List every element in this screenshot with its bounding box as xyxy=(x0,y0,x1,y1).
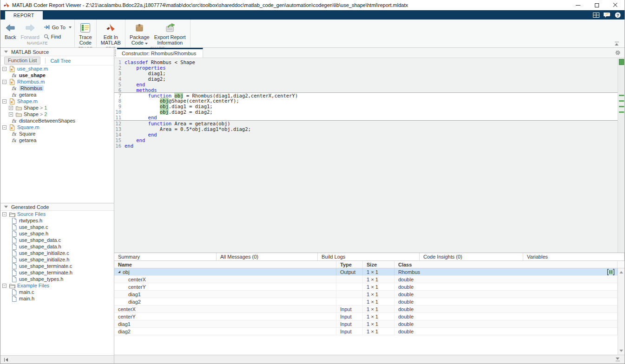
tree-item-use-shape-initialize.h[interactable]: use_shape_initialize.h xyxy=(0,256,114,263)
code-marker-bar[interactable] xyxy=(618,58,625,253)
highlight-marker-icon[interactable] xyxy=(619,106,624,107)
collapse-node-icon[interactable]: − xyxy=(2,212,7,216)
bottom-tab-summary[interactable]: Summary xyxy=(114,253,217,260)
collapse-panel-icon[interactable] xyxy=(615,357,621,362)
column-header-class[interactable]: Class xyxy=(395,261,618,268)
tree-item-rhombus[interactable]: fxRhombus xyxy=(0,85,114,91)
tree-item-rtwtypes.h[interactable]: rtwtypes.h xyxy=(0,217,114,224)
tree-item-use-shape.h[interactable]: use_shape.h xyxy=(0,230,114,237)
variable-row-centerX[interactable]: centerXInput1 × 1double xyxy=(114,306,618,313)
tree-item-use-shape-initialize.c[interactable]: use_shape_initialize.c xyxy=(0,250,114,256)
editor-tab-constructor[interactable]: Constructor: Rhombus/Rhombus xyxy=(117,48,203,58)
variable-row-centerY[interactable]: centerY1 × 1double xyxy=(114,283,618,291)
code-line-3[interactable]: 3 diag1; xyxy=(114,71,618,76)
collapse-ribbon-icon[interactable] xyxy=(614,42,620,46)
minimize-button[interactable] xyxy=(569,0,587,10)
tree-item-shape.m[interactable]: −Shape.m xyxy=(0,98,114,104)
highlight-marker-icon[interactable] xyxy=(619,111,624,113)
tree-item-use-shape-types.h[interactable]: use_shape_types.h xyxy=(0,276,114,282)
column-header-size[interactable]: Size xyxy=(363,261,395,268)
goto-button[interactable]: Go To xyxy=(44,23,72,31)
code-line-13[interactable]: 13 Area = 0.5*obj.diag1*obj.diag2; xyxy=(114,126,618,132)
tree-item-use-shape[interactable]: fxuse_shape xyxy=(0,72,114,78)
column-header-type[interactable]: Type xyxy=(336,261,363,268)
tab-function-list[interactable]: Function List xyxy=(4,57,40,65)
collapse-row-icon[interactable] xyxy=(118,271,120,273)
highlight-marker-icon[interactable] xyxy=(619,100,624,102)
code-line-11[interactable]: 11 end xyxy=(114,115,618,120)
close-button[interactable] xyxy=(606,0,625,10)
help-icon[interactable]: ? xyxy=(615,12,621,18)
variable-row-diag2[interactable]: diag21 × 1double xyxy=(114,298,618,306)
tree-item-main.h[interactable]: main.h xyxy=(0,295,114,302)
tree-item-getarea[interactable]: fxgetarea xyxy=(0,91,114,98)
tab-report[interactable]: REPORT xyxy=(5,11,43,20)
collapse-node-icon[interactable]: − xyxy=(2,284,7,288)
code-line-7[interactable]: 7 function obj = Rhombus(diag1,diag2,cen… xyxy=(114,92,618,98)
highlight-marker-icon[interactable] xyxy=(619,95,624,96)
tree-item-shape[interactable]: +Shape > 1 xyxy=(0,104,114,111)
export-report-button[interactable]: Export ReportInformation xyxy=(152,22,188,46)
tree-item-use-shape-terminate.c[interactable]: use_shape_terminate.c xyxy=(0,263,114,269)
table-vertical-scrollbar[interactable] xyxy=(618,268,625,355)
tree-item-use-shape-data.h[interactable]: use_shape_data.h xyxy=(0,243,114,250)
sidebar-horizontal-scrollbar[interactable] xyxy=(0,355,114,364)
code-view[interactable]: 1classdef Rhombus < Shape2 properties3 d… xyxy=(114,58,625,253)
code-line-10[interactable]: 10 obj.diag2 = diag2; xyxy=(114,109,618,115)
forward-button[interactable]: Forward xyxy=(18,22,41,40)
column-header-name[interactable]: Name xyxy=(114,261,336,268)
expand-node-icon[interactable]: + xyxy=(9,112,13,117)
code-line-1[interactable]: 1classdef Rhombus < Shape xyxy=(114,59,618,65)
tree-item-use-shape-data.c[interactable]: use_shape_data.c xyxy=(0,237,114,243)
bottom-tab-variables[interactable]: Variables xyxy=(523,253,625,260)
code-line-9[interactable]: 9 obj.diag1 = diag1; xyxy=(114,104,618,109)
code-line-8[interactable]: 8 obj@Shape(centerX,centerY); xyxy=(114,98,618,104)
marker-overview-icon[interactable] xyxy=(619,59,624,65)
code-line-14[interactable]: 14 end xyxy=(114,132,618,137)
collapse-node-icon[interactable]: − xyxy=(2,125,7,130)
bottom-tab-code-insights[interactable]: Code Insights (0) xyxy=(420,253,523,260)
maximize-button[interactable] xyxy=(587,0,606,10)
tree-item-example-files[interactable]: −Example Files xyxy=(0,282,114,289)
code-line-12[interactable]: 12 function Area = getarea(obj) xyxy=(114,121,618,126)
generated-code-header[interactable]: Generated Code xyxy=(0,203,114,211)
layout-icon[interactable] xyxy=(593,13,599,18)
feedback-icon[interactable] xyxy=(604,12,611,18)
variable-row-diag2[interactable]: diag2Input1 × 1double xyxy=(114,328,618,335)
tree-item-distancebetweenshapes[interactable]: fxdistanceBetweenShapes xyxy=(0,117,114,124)
matrix-icon[interactable] xyxy=(607,269,615,276)
variable-row-centerY[interactable]: centerYInput1 × 1double xyxy=(114,313,618,320)
trace-code-button[interactable]: TraceCode xyxy=(77,22,94,46)
tree-item-source-files[interactable]: −Source Files xyxy=(0,211,114,217)
tree-item-use-shape.m[interactable]: −use_shape.m xyxy=(0,65,114,72)
code-line-16[interactable]: 16end xyxy=(114,143,618,149)
code-line-5[interactable]: 5 end xyxy=(114,82,618,87)
tree-item-use-shape-terminate.h[interactable]: use_shape_terminate.h xyxy=(0,269,114,276)
package-code-button[interactable]: PackageCode xyxy=(127,22,152,46)
matlab-source-header[interactable]: MATLAB Source xyxy=(0,48,114,56)
settings-gear-icon[interactable] xyxy=(615,50,621,57)
variable-row-obj[interactable]: objOutput1 × 1Rhombus xyxy=(114,268,618,276)
expand-node-icon[interactable]: + xyxy=(9,106,13,110)
code-line-15[interactable]: 15 end xyxy=(114,137,618,143)
splitter-grip[interactable] xyxy=(115,50,116,56)
variable-row-diag1[interactable]: diag11 × 1double xyxy=(114,291,618,298)
tree-item-square.m[interactable]: −Square.m xyxy=(0,124,114,130)
tree-item-square[interactable]: fxSquare xyxy=(0,130,114,137)
variable-row-centerX[interactable]: centerX1 × 1double xyxy=(114,276,618,283)
tree-item-main.c[interactable]: main.c xyxy=(0,289,114,295)
code-line-2[interactable]: 2 properties xyxy=(114,65,618,71)
bottom-tab-all-messages[interactable]: All Messages (0) xyxy=(217,253,318,260)
tree-item-shape[interactable]: +Shape > 2 xyxy=(0,111,114,117)
edit-in-matlab-button[interactable]: Edit InMATLAB xyxy=(99,22,123,46)
tree-item-rhombus.m[interactable]: −Rhombus.m xyxy=(0,78,114,85)
variable-row-diag1[interactable]: diag1Input1 × 1double xyxy=(114,320,618,328)
tree-item-getarea[interactable]: fxgetarea xyxy=(0,137,114,143)
bottom-tab-build-logs[interactable]: Build Logs xyxy=(318,253,420,260)
collapse-node-icon[interactable]: − xyxy=(2,67,7,71)
collapse-node-icon[interactable]: − xyxy=(2,99,7,104)
tab-call-tree[interactable]: Call Tree xyxy=(50,58,71,64)
code-line-4[interactable]: 4 diag2; xyxy=(114,76,618,82)
back-button[interactable]: Back xyxy=(2,22,18,40)
find-button[interactable]: Find xyxy=(44,32,72,40)
